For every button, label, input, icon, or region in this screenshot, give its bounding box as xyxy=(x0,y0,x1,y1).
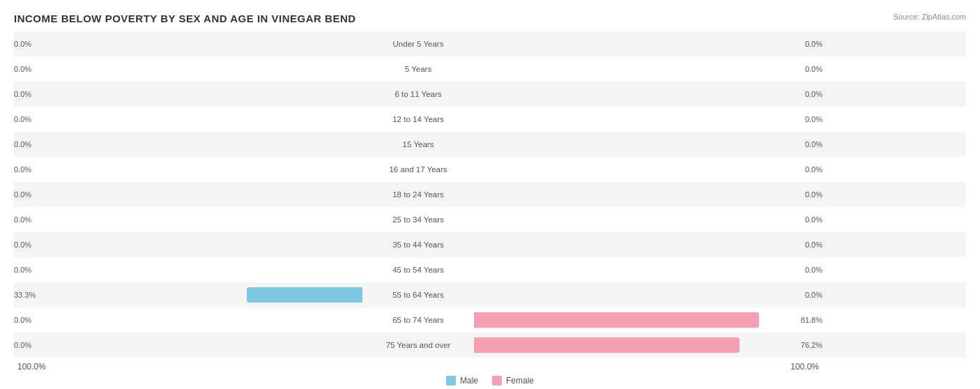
male-value: 0.0% xyxy=(14,316,31,324)
bar-row: 0.0%15 Years0.0% xyxy=(14,132,966,157)
right-half: 0.0% xyxy=(474,56,822,82)
right-half: 0.0% xyxy=(474,207,822,232)
female-value: 0.0% xyxy=(805,140,822,148)
left-half: 0.0% xyxy=(14,307,362,333)
age-group-label: 16 and 17 Years xyxy=(362,165,474,174)
left-half: 0.0% xyxy=(14,31,362,56)
right-half: 76.2% xyxy=(474,333,822,358)
right-half: 0.0% xyxy=(474,82,822,107)
right-half: 0.0% xyxy=(474,132,822,157)
bar-row: 0.0%45 to 54 Years0.0% xyxy=(14,257,966,282)
left-half: 33.3% xyxy=(14,282,362,307)
male-value: 0.0% xyxy=(14,215,31,224)
chart-area: 0.0%Under 5 Years0.0%0.0%5 Years0.0%0.0%… xyxy=(14,31,966,345)
axis-left-label: 100.0% xyxy=(17,362,46,372)
bar-row: 0.0%16 and 17 Years0.0% xyxy=(14,157,966,182)
female-value: 0.0% xyxy=(805,215,822,224)
female-value: 0.0% xyxy=(805,115,822,123)
chart-container: INCOME BELOW POVERTY BY SEX AND AGE IN V… xyxy=(0,0,980,389)
axis-right: 100.0% xyxy=(474,362,822,372)
right-half: 0.0% xyxy=(474,31,822,56)
female-value: 81.8% xyxy=(801,316,822,324)
rows-wrapper: 0.0%Under 5 Years0.0%0.0%5 Years0.0%0.0%… xyxy=(14,31,966,358)
age-group-label: 18 to 24 Years xyxy=(362,190,474,199)
male-value: 0.0% xyxy=(14,115,31,123)
left-half: 0.0% xyxy=(14,257,362,282)
left-half: 0.0% xyxy=(14,107,362,132)
right-half: 0.0% xyxy=(474,182,822,207)
age-group-label: 45 to 54 Years xyxy=(362,266,474,274)
left-half: 0.0% xyxy=(14,333,362,358)
female-value: 0.0% xyxy=(805,190,822,199)
male-value: 0.0% xyxy=(14,65,31,73)
bar-row: 0.0%25 to 34 Years0.0% xyxy=(14,207,966,232)
left-half: 0.0% xyxy=(14,132,362,157)
female-value: 0.0% xyxy=(805,65,822,73)
male-value: 0.0% xyxy=(14,140,31,148)
legend: Male Female xyxy=(14,376,966,386)
male-value: 33.3% xyxy=(14,291,36,299)
male-value: 0.0% xyxy=(14,266,31,274)
right-half: 0.0% xyxy=(474,107,822,132)
bar-row: 0.0%75 Years and over76.2% xyxy=(14,333,966,358)
male-value: 0.0% xyxy=(14,90,31,98)
female-value: 0.0% xyxy=(805,266,822,274)
age-group-label: 12 to 14 Years xyxy=(362,115,474,123)
female-value: 0.0% xyxy=(805,241,822,249)
bar-row: 0.0%12 to 14 Years0.0% xyxy=(14,107,966,132)
legend-female: Female xyxy=(492,376,534,386)
bar-row: 0.0%Under 5 Years0.0% xyxy=(14,31,966,56)
age-group-label: 15 Years xyxy=(362,140,474,148)
bar-row: 33.3%55 to 64 Years0.0% xyxy=(14,282,966,307)
axis-row: 100.0% 100.0% xyxy=(14,362,966,372)
left-half: 0.0% xyxy=(14,82,362,107)
bar-row: 0.0%6 to 11 Years0.0% xyxy=(14,82,966,107)
male-value: 0.0% xyxy=(14,341,31,349)
right-half: 0.0% xyxy=(474,157,822,182)
age-group-label: 6 to 11 Years xyxy=(362,90,474,98)
female-value: 0.0% xyxy=(805,291,822,299)
right-half: 81.8% xyxy=(474,307,822,333)
right-half: 0.0% xyxy=(474,232,822,257)
bar-row: 0.0%35 to 44 Years0.0% xyxy=(14,232,966,257)
left-half: 0.0% xyxy=(14,182,362,207)
age-group-label: 25 to 34 Years xyxy=(362,215,474,224)
axis-right-label: 100.0% xyxy=(790,362,819,372)
legend-male: Male xyxy=(446,376,478,386)
chart-title: INCOME BELOW POVERTY BY SEX AND AGE IN V… xyxy=(14,13,966,24)
age-group-label: 5 Years xyxy=(362,65,474,73)
male-bar xyxy=(247,287,363,303)
left-half: 0.0% xyxy=(14,232,362,257)
bar-row: 0.0%65 to 74 Years81.8% xyxy=(14,307,966,333)
left-half: 0.0% xyxy=(14,56,362,82)
female-bar xyxy=(474,337,740,353)
female-bar xyxy=(474,312,759,328)
male-value: 0.0% xyxy=(14,190,31,199)
bar-row: 0.0%5 Years0.0% xyxy=(14,56,966,82)
female-value: 76.2% xyxy=(801,341,822,349)
legend-female-label: Female xyxy=(506,376,534,386)
legend-female-box xyxy=(492,376,502,386)
male-value: 0.0% xyxy=(14,40,31,48)
right-half: 0.0% xyxy=(474,282,822,307)
source-text: Source: ZipAtlas.com xyxy=(893,13,966,21)
right-half: 0.0% xyxy=(474,257,822,282)
female-value: 0.0% xyxy=(805,40,822,48)
left-half: 0.0% xyxy=(14,157,362,182)
age-group-label: 35 to 44 Years xyxy=(362,241,474,249)
male-value: 0.0% xyxy=(14,165,31,174)
left-half: 0.0% xyxy=(14,207,362,232)
legend-male-box xyxy=(446,376,456,386)
age-group-label: Under 5 Years xyxy=(362,40,474,48)
female-value: 0.0% xyxy=(805,165,822,174)
age-group-label: 65 to 74 Years xyxy=(362,316,474,324)
legend-male-label: Male xyxy=(460,376,478,386)
bar-row: 0.0%18 to 24 Years0.0% xyxy=(14,182,966,207)
male-value: 0.0% xyxy=(14,241,31,249)
age-group-label: 75 Years and over xyxy=(362,341,474,349)
axis-left: 100.0% xyxy=(14,362,362,372)
age-group-label: 55 to 64 Years xyxy=(362,291,474,299)
female-value: 0.0% xyxy=(805,90,822,98)
